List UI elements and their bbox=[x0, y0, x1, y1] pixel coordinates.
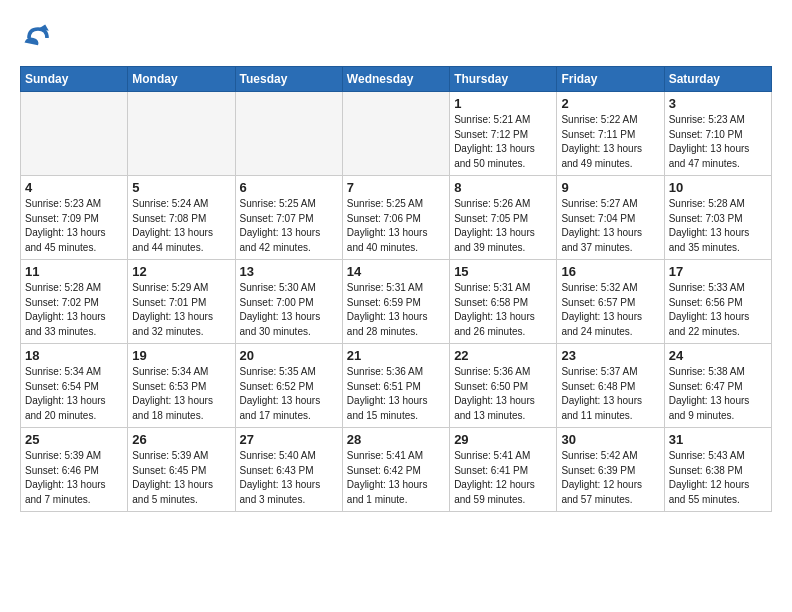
day-number: 2 bbox=[561, 96, 659, 111]
day-info: Sunrise: 5:38 AM Sunset: 6:47 PM Dayligh… bbox=[669, 365, 767, 423]
day-number: 26 bbox=[132, 432, 230, 447]
calendar-cell bbox=[235, 92, 342, 176]
day-info: Sunrise: 5:33 AM Sunset: 6:56 PM Dayligh… bbox=[669, 281, 767, 339]
calendar-cell: 12Sunrise: 5:29 AM Sunset: 7:01 PM Dayli… bbox=[128, 260, 235, 344]
day-number: 14 bbox=[347, 264, 445, 279]
day-number: 28 bbox=[347, 432, 445, 447]
weekday-header: Sunday bbox=[21, 67, 128, 92]
day-info: Sunrise: 5:32 AM Sunset: 6:57 PM Dayligh… bbox=[561, 281, 659, 339]
day-number: 5 bbox=[132, 180, 230, 195]
calendar-cell: 11Sunrise: 5:28 AM Sunset: 7:02 PM Dayli… bbox=[21, 260, 128, 344]
day-number: 18 bbox=[25, 348, 123, 363]
day-number: 31 bbox=[669, 432, 767, 447]
calendar-cell: 1Sunrise: 5:21 AM Sunset: 7:12 PM Daylig… bbox=[450, 92, 557, 176]
calendar-cell: 2Sunrise: 5:22 AM Sunset: 7:11 PM Daylig… bbox=[557, 92, 664, 176]
calendar-cell: 22Sunrise: 5:36 AM Sunset: 6:50 PM Dayli… bbox=[450, 344, 557, 428]
logo bbox=[20, 20, 60, 56]
day-number: 27 bbox=[240, 432, 338, 447]
calendar-week-row: 1Sunrise: 5:21 AM Sunset: 7:12 PM Daylig… bbox=[21, 92, 772, 176]
calendar-week-row: 11Sunrise: 5:28 AM Sunset: 7:02 PM Dayli… bbox=[21, 260, 772, 344]
logo-icon bbox=[20, 20, 56, 56]
day-info: Sunrise: 5:30 AM Sunset: 7:00 PM Dayligh… bbox=[240, 281, 338, 339]
day-info: Sunrise: 5:26 AM Sunset: 7:05 PM Dayligh… bbox=[454, 197, 552, 255]
calendar-cell: 27Sunrise: 5:40 AM Sunset: 6:43 PM Dayli… bbox=[235, 428, 342, 512]
day-info: Sunrise: 5:29 AM Sunset: 7:01 PM Dayligh… bbox=[132, 281, 230, 339]
day-number: 7 bbox=[347, 180, 445, 195]
calendar-cell: 24Sunrise: 5:38 AM Sunset: 6:47 PM Dayli… bbox=[664, 344, 771, 428]
day-info: Sunrise: 5:31 AM Sunset: 6:58 PM Dayligh… bbox=[454, 281, 552, 339]
calendar-cell: 9Sunrise: 5:27 AM Sunset: 7:04 PM Daylig… bbox=[557, 176, 664, 260]
calendar-cell: 15Sunrise: 5:31 AM Sunset: 6:58 PM Dayli… bbox=[450, 260, 557, 344]
day-info: Sunrise: 5:25 AM Sunset: 7:06 PM Dayligh… bbox=[347, 197, 445, 255]
day-number: 25 bbox=[25, 432, 123, 447]
day-info: Sunrise: 5:43 AM Sunset: 6:38 PM Dayligh… bbox=[669, 449, 767, 507]
calendar-cell: 19Sunrise: 5:34 AM Sunset: 6:53 PM Dayli… bbox=[128, 344, 235, 428]
calendar-cell: 21Sunrise: 5:36 AM Sunset: 6:51 PM Dayli… bbox=[342, 344, 449, 428]
day-number: 3 bbox=[669, 96, 767, 111]
calendar-cell: 29Sunrise: 5:41 AM Sunset: 6:41 PM Dayli… bbox=[450, 428, 557, 512]
day-number: 20 bbox=[240, 348, 338, 363]
day-info: Sunrise: 5:23 AM Sunset: 7:09 PM Dayligh… bbox=[25, 197, 123, 255]
day-number: 29 bbox=[454, 432, 552, 447]
calendar-cell: 8Sunrise: 5:26 AM Sunset: 7:05 PM Daylig… bbox=[450, 176, 557, 260]
calendar-cell: 30Sunrise: 5:42 AM Sunset: 6:39 PM Dayli… bbox=[557, 428, 664, 512]
calendar-cell: 14Sunrise: 5:31 AM Sunset: 6:59 PM Dayli… bbox=[342, 260, 449, 344]
day-number: 13 bbox=[240, 264, 338, 279]
calendar-cell: 28Sunrise: 5:41 AM Sunset: 6:42 PM Dayli… bbox=[342, 428, 449, 512]
day-info: Sunrise: 5:28 AM Sunset: 7:03 PM Dayligh… bbox=[669, 197, 767, 255]
calendar-week-row: 25Sunrise: 5:39 AM Sunset: 6:46 PM Dayli… bbox=[21, 428, 772, 512]
weekday-header: Tuesday bbox=[235, 67, 342, 92]
day-number: 8 bbox=[454, 180, 552, 195]
calendar-cell: 18Sunrise: 5:34 AM Sunset: 6:54 PM Dayli… bbox=[21, 344, 128, 428]
day-info: Sunrise: 5:22 AM Sunset: 7:11 PM Dayligh… bbox=[561, 113, 659, 171]
day-info: Sunrise: 5:41 AM Sunset: 6:41 PM Dayligh… bbox=[454, 449, 552, 507]
day-info: Sunrise: 5:28 AM Sunset: 7:02 PM Dayligh… bbox=[25, 281, 123, 339]
day-info: Sunrise: 5:34 AM Sunset: 6:53 PM Dayligh… bbox=[132, 365, 230, 423]
calendar-week-row: 18Sunrise: 5:34 AM Sunset: 6:54 PM Dayli… bbox=[21, 344, 772, 428]
calendar-cell bbox=[21, 92, 128, 176]
day-info: Sunrise: 5:23 AM Sunset: 7:10 PM Dayligh… bbox=[669, 113, 767, 171]
calendar-cell: 17Sunrise: 5:33 AM Sunset: 6:56 PM Dayli… bbox=[664, 260, 771, 344]
day-number: 12 bbox=[132, 264, 230, 279]
day-number: 24 bbox=[669, 348, 767, 363]
calendar-cell: 25Sunrise: 5:39 AM Sunset: 6:46 PM Dayli… bbox=[21, 428, 128, 512]
day-number: 23 bbox=[561, 348, 659, 363]
calendar-cell: 5Sunrise: 5:24 AM Sunset: 7:08 PM Daylig… bbox=[128, 176, 235, 260]
weekday-header: Friday bbox=[557, 67, 664, 92]
calendar-cell: 13Sunrise: 5:30 AM Sunset: 7:00 PM Dayli… bbox=[235, 260, 342, 344]
day-info: Sunrise: 5:41 AM Sunset: 6:42 PM Dayligh… bbox=[347, 449, 445, 507]
weekday-header: Monday bbox=[128, 67, 235, 92]
calendar-cell: 26Sunrise: 5:39 AM Sunset: 6:45 PM Dayli… bbox=[128, 428, 235, 512]
page-header bbox=[20, 20, 772, 56]
calendar-cell: 20Sunrise: 5:35 AM Sunset: 6:52 PM Dayli… bbox=[235, 344, 342, 428]
calendar-cell bbox=[342, 92, 449, 176]
day-info: Sunrise: 5:25 AM Sunset: 7:07 PM Dayligh… bbox=[240, 197, 338, 255]
calendar-cell: 23Sunrise: 5:37 AM Sunset: 6:48 PM Dayli… bbox=[557, 344, 664, 428]
weekday-header: Wednesday bbox=[342, 67, 449, 92]
day-number: 15 bbox=[454, 264, 552, 279]
day-info: Sunrise: 5:21 AM Sunset: 7:12 PM Dayligh… bbox=[454, 113, 552, 171]
day-number: 4 bbox=[25, 180, 123, 195]
day-info: Sunrise: 5:34 AM Sunset: 6:54 PM Dayligh… bbox=[25, 365, 123, 423]
day-info: Sunrise: 5:40 AM Sunset: 6:43 PM Dayligh… bbox=[240, 449, 338, 507]
calendar-cell: 6Sunrise: 5:25 AM Sunset: 7:07 PM Daylig… bbox=[235, 176, 342, 260]
calendar-cell: 31Sunrise: 5:43 AM Sunset: 6:38 PM Dayli… bbox=[664, 428, 771, 512]
day-info: Sunrise: 5:39 AM Sunset: 6:46 PM Dayligh… bbox=[25, 449, 123, 507]
calendar-table: SundayMondayTuesdayWednesdayThursdayFrid… bbox=[20, 66, 772, 512]
weekday-header: Saturday bbox=[664, 67, 771, 92]
calendar-week-row: 4Sunrise: 5:23 AM Sunset: 7:09 PM Daylig… bbox=[21, 176, 772, 260]
weekday-header: Thursday bbox=[450, 67, 557, 92]
calendar-cell: 4Sunrise: 5:23 AM Sunset: 7:09 PM Daylig… bbox=[21, 176, 128, 260]
day-info: Sunrise: 5:36 AM Sunset: 6:50 PM Dayligh… bbox=[454, 365, 552, 423]
calendar-cell: 16Sunrise: 5:32 AM Sunset: 6:57 PM Dayli… bbox=[557, 260, 664, 344]
day-number: 16 bbox=[561, 264, 659, 279]
day-number: 19 bbox=[132, 348, 230, 363]
svg-rect-0 bbox=[20, 20, 56, 56]
day-number: 11 bbox=[25, 264, 123, 279]
calendar-cell: 3Sunrise: 5:23 AM Sunset: 7:10 PM Daylig… bbox=[664, 92, 771, 176]
day-number: 6 bbox=[240, 180, 338, 195]
calendar-cell bbox=[128, 92, 235, 176]
day-number: 10 bbox=[669, 180, 767, 195]
day-info: Sunrise: 5:31 AM Sunset: 6:59 PM Dayligh… bbox=[347, 281, 445, 339]
calendar-cell: 7Sunrise: 5:25 AM Sunset: 7:06 PM Daylig… bbox=[342, 176, 449, 260]
